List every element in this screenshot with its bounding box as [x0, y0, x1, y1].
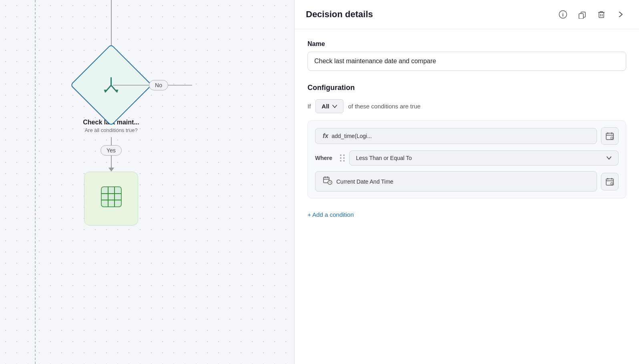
name-input[interactable] [307, 52, 626, 71]
add-condition-button[interactable]: + Add a condition [307, 208, 354, 221]
panel-title: Decision details [306, 9, 551, 20]
fx-icon: fx [323, 132, 328, 140]
dot-grid [0, 0, 294, 364]
connector-top [111, 0, 112, 52]
all-label: All [322, 103, 329, 110]
all-dropdown[interactable]: All [315, 99, 343, 113]
detail-panel: Decision details i [294, 0, 639, 364]
no-pill: No [149, 80, 168, 90]
condition-value-row: Current Date And Time [315, 171, 619, 192]
datetime-label: Current Date And Time [336, 178, 393, 185]
where-row: Where Less Than or Equal To [315, 150, 619, 166]
decision-node[interactable]: No [82, 56, 140, 114]
current-datetime-button[interactable]: Current Date And Time [315, 171, 597, 192]
canvas-area: No Check last maint... Are all condition… [0, 0, 294, 364]
yes-pill: Yes [100, 145, 122, 156]
svg-rect-5 [101, 187, 121, 207]
config-section: Configuration If All of these conditions… [307, 84, 626, 221]
copy-button[interactable] [575, 7, 589, 22]
drag-handle[interactable] [340, 154, 345, 162]
svg-line-1 [105, 85, 111, 92]
no-branch: No [113, 80, 192, 90]
node-subtitle: Are all conditions true? [83, 127, 139, 133]
date-picker-bottom[interactable] [601, 173, 619, 190]
arrow-yes [109, 168, 114, 172]
name-label: Name [307, 40, 626, 48]
table-icon [99, 185, 123, 213]
svg-rect-13 [579, 14, 583, 19]
date-picker-top[interactable] [601, 127, 619, 145]
panel-header: Decision details i [295, 0, 639, 29]
name-section: Name [307, 40, 626, 71]
where-label: Where [315, 155, 336, 161]
svg-rect-14 [599, 12, 604, 18]
conditions-text: of these conditions are true [348, 103, 421, 110]
operator-label: Less Than or Equal To [356, 155, 412, 161]
fx-expression-button[interactable]: fx add_time(Logi... [315, 128, 597, 144]
table-node[interactable] [84, 172, 138, 226]
info-button[interactable]: i [556, 7, 570, 22]
connector-yes-mid [111, 156, 112, 168]
operator-dropdown[interactable]: Less Than or Equal To [349, 150, 619, 166]
svg-text:i: i [562, 12, 564, 18]
fx-label: add_time(Logi... [332, 133, 372, 139]
condition-top-row: fx add_time(Logi... [315, 127, 619, 145]
dashed-line [35, 0, 36, 364]
if-row: If All of these conditions are true [307, 99, 626, 113]
delete-button[interactable] [594, 7, 609, 22]
panel-body: Name Configuration If All of these condi… [295, 29, 639, 364]
chevron-right-button[interactable] [613, 7, 628, 22]
if-label: If [307, 103, 311, 110]
condition-block: fx add_time(Logi... [307, 120, 626, 198]
config-title: Configuration [307, 84, 626, 92]
connector-yes-top [111, 137, 112, 145]
calendar-clock-icon [323, 176, 332, 187]
